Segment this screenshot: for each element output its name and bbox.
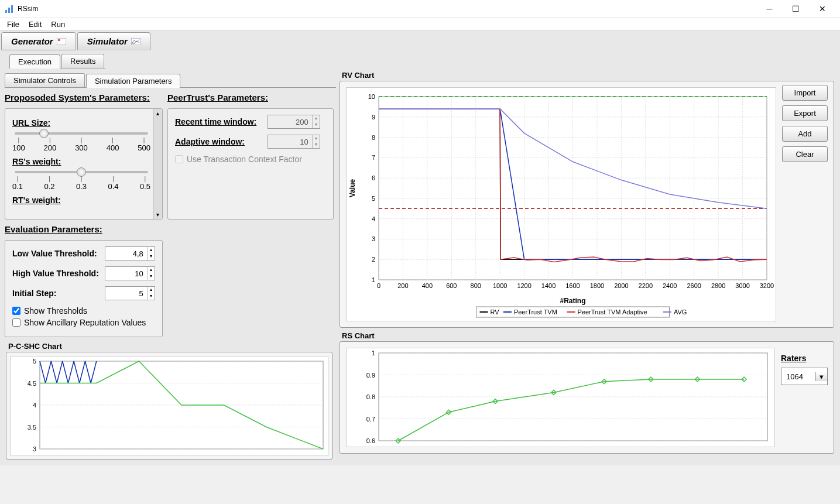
adaptive-window-spinner: ▴▾ [268,135,320,149]
tick: 400 [107,137,119,152]
use-tcf-checkbox: Use Transaction Context Factor [175,155,326,164]
proposed-panel: Proposoded System's Parameters: ▴▾ URL S… [5,92,163,220]
tab-results[interactable]: Results [61,54,104,68]
tab-execution[interactable]: Execution [9,54,60,68]
generator-icon [57,38,66,45]
menu-edit[interactable]: Edit [24,19,46,30]
svg-text:0.6: 0.6 [366,437,375,444]
low-thresh-label: Low Value Threshold: [12,249,100,258]
svg-text:7: 7 [372,154,375,161]
recent-window-spinner: ▴▾ [268,115,320,129]
tick: 0.3 [76,176,87,191]
svg-text:0: 0 [377,282,380,289]
peertrust-panel: PeerTrust's Parameters: Recent time wind… [167,92,334,220]
svg-text:Value: Value [348,179,356,198]
svg-text:5: 5 [33,358,36,365]
high-thresh-label: High Value Threshold: [12,269,100,278]
svg-text:200: 200 [397,282,408,289]
tick: 0.5 [140,176,150,191]
svg-text:2400: 2400 [663,282,677,289]
low-thresh-spinner[interactable]: ▴▾ [105,246,155,260]
svg-text:8: 8 [372,134,375,141]
svg-text:0.9: 0.9 [366,372,375,379]
clear-button[interactable]: Clear [782,146,828,162]
svg-text:2: 2 [372,256,375,263]
svg-text:9: 9 [372,114,375,121]
initial-step-label: Initial Step: [12,289,100,298]
svg-text:10: 10 [368,93,375,100]
menu-file[interactable]: File [2,19,24,30]
tick: 0.4 [108,176,118,191]
menu-bar: File Edit Run [0,18,840,31]
tab-generator[interactable]: Generator [1,32,76,50]
svg-text:0.7: 0.7 [366,416,375,423]
rs-chart-title: RS Chart [342,331,838,340]
svg-text:6: 6 [372,174,375,181]
proposed-scrollbar[interactable]: ▴▾ [153,109,162,219]
rs-weight-slider[interactable]: 0.1 0.2 0.3 0.4 0.5 [12,171,150,191]
svg-text:4: 4 [33,402,36,409]
svg-text:1600: 1600 [565,282,580,289]
svg-text:2800: 2800 [711,282,725,289]
svg-text:1800: 1800 [590,282,604,289]
svg-rect-3 [57,38,66,45]
url-size-slider[interactable]: 100 200 300 400 500 [12,132,150,152]
app-icon [5,4,14,13]
tab-simulator-controls[interactable]: Simulator Controls [5,73,85,87]
svg-text:1: 1 [372,349,375,356]
recent-window-label: Recent time window: [175,117,263,126]
rs-chart: 0.60.70.80.91 [346,348,775,447]
export-button[interactable]: Export [782,105,828,121]
svg-text:PeerTrust TVM: PeerTrust TVM [514,308,557,316]
svg-rect-0 [5,10,7,13]
high-thresh-spinner[interactable]: ▴▾ [105,266,155,280]
tick: 0.2 [44,176,54,191]
initial-step-spinner[interactable]: ▴▾ [105,286,155,300]
show-thresholds-label: Show Thresholds [24,306,87,316]
svg-text:4: 4 [372,215,375,222]
use-tcf-label: Use Transaction Context Factor [187,155,302,164]
show-thresholds-checkbox[interactable]: Show Thresholds [12,306,155,316]
evaluation-title: Evaluation Parameters: [5,224,334,234]
rs-weight-label: RS's weight: [12,157,150,166]
titlebar: RSsim ─ ☐ ✕ [0,0,840,18]
simulator-icon [131,38,140,45]
svg-text:3000: 3000 [735,282,749,289]
maximize-button[interactable]: ☐ [783,0,809,18]
tab-simulator[interactable]: Simulator [77,32,150,50]
menu-run[interactable]: Run [46,19,70,30]
svg-text:4.5: 4.5 [28,380,36,387]
chevron-down-icon: ▾ [815,372,827,381]
svg-text:2000: 2000 [614,282,628,289]
peertrust-title: PeerTrust's Parameters: [167,92,334,102]
tab-simulation-parameters[interactable]: Simulation Parameters [86,74,181,88]
minimize-button[interactable]: ─ [756,0,783,18]
close-button[interactable]: ✕ [809,0,835,18]
svg-text:2600: 2600 [687,282,701,289]
svg-rect-1 [8,8,10,13]
rv-chart-box: 0200400600800100012001400160018002000220… [340,81,834,328]
rv-chart: 0200400600800100012001400160018002000220… [346,87,776,321]
svg-text:3200: 3200 [760,282,774,289]
tick: 200 [44,137,57,152]
tab-generator-label: Generator [11,36,53,46]
svg-text:800: 800 [471,282,481,289]
svg-text:3.5: 3.5 [28,424,36,431]
show-ancillary-label: Show Ancillary Reputation Values [24,318,146,327]
raters-label: Raters [781,354,828,363]
tick: 500 [138,137,150,152]
adaptive-window-label: Adaptive window: [175,137,263,146]
svg-rect-2 [11,5,13,13]
show-ancillary-checkbox[interactable]: Show Ancillary Reputation Values [12,318,155,327]
proposed-title: Proposoded System's Parameters: [5,92,163,102]
config-tabs: Simulator Controls Simulation Parameters [5,73,336,88]
svg-text:1000: 1000 [493,282,507,289]
tab-simulator-label: Simulator [87,36,128,46]
svg-text:5: 5 [372,195,375,202]
mode-tabs: Generator Simulator [0,31,840,50]
svg-text:3: 3 [33,445,36,452]
import-button[interactable]: Import [782,85,828,101]
add-button[interactable]: Add [782,126,828,142]
svg-text:1400: 1400 [541,282,556,289]
raters-select[interactable]: 1064 ▾ [781,368,828,385]
